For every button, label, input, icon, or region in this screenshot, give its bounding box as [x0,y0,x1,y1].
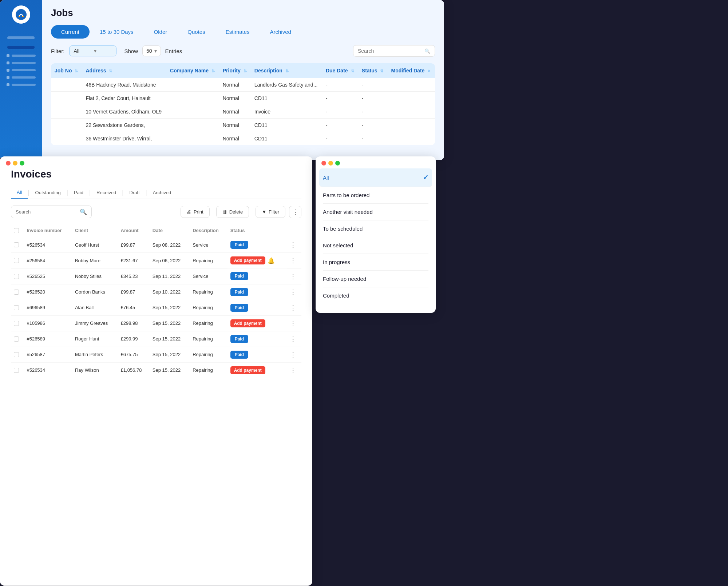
row-actions-button[interactable]: ⋮ [287,347,301,362]
dropdown-item-completed[interactable]: Completed [323,287,428,304]
list-item[interactable]: #256584 Bobby More £231.67 Sep 06, 2022 … [11,253,301,269]
cell-jobno [51,105,82,119]
dropdown-item-another-visit[interactable]: Another visit needed [323,204,428,220]
close-dropdown-icon[interactable] [321,161,326,166]
row-checkbox[interactable] [14,242,19,247]
tab-current[interactable]: Current [51,25,90,39]
col-status[interactable]: Status ⇅ [358,63,388,78]
tab-archived[interactable]: Archived [260,25,301,39]
col-duedate[interactable]: Due Date ⇅ [322,63,358,78]
col-company[interactable]: Company Name ⇅ [166,63,219,78]
row-checkbox[interactable] [14,336,19,342]
table-row[interactable]: Flat 2, Cedar Court, Hainault Normal CD1… [51,92,435,105]
maximize-dropdown-icon[interactable] [335,161,340,166]
col-date[interactable]: Date [150,224,190,237]
table-row[interactable]: 10 Vernet Gardens, Oldham, OL9 Normal In… [51,105,435,119]
more-options-button[interactable]: ⋮ [289,206,301,218]
show-select[interactable]: 50 [142,45,161,56]
row-actions-button[interactable]: ⋮ [287,315,301,331]
description: Repairing [190,347,227,362]
row-checkbox[interactable] [14,258,19,263]
row-actions-button[interactable]: ⋮ [287,253,301,269]
client-name: Martin Peters [72,347,118,362]
col-client[interactable]: Client [72,224,118,237]
col-address[interactable]: Address ⇅ [82,63,166,78]
col-description[interactable]: Description ⇅ [251,63,322,78]
sidebar-row-2 [7,61,36,64]
list-item[interactable]: #526525 Nobby Stiles £345.23 Sep 11, 202… [11,268,301,284]
show-value: 50 [146,48,152,54]
row-actions-button[interactable]: ⋮ [287,300,301,315]
list-item[interactable]: #696589 Alan Ball £76.45 Sep 15, 2022 Re… [11,300,301,315]
list-item[interactable]: #526534 Geoff Hurst £99.87 Sep 08, 2022 … [11,237,301,253]
dropdown-item-parts[interactable]: Parts to be ordered [323,187,428,204]
tab-15to30[interactable]: 15 to 30 Days [90,25,144,39]
amount: £345.23 [118,268,150,284]
row-checkbox[interactable] [14,368,19,373]
dropdown-item-not-selected[interactable]: Not selected [323,237,428,254]
inv-tab-outstanding[interactable]: Outstanding [29,187,67,198]
list-item[interactable]: #526520 Gordon Banks £99.87 Sep 10, 2022… [11,284,301,300]
table-row[interactable]: 46B Hackney Road, Maidstone Normal Landl… [51,78,435,92]
chevron-down-icon [94,48,96,54]
close-window-icon[interactable] [6,161,11,166]
col-modified[interactable]: Modified Date ✕ [388,63,435,78]
tab-quotes[interactable]: Quotes [177,25,215,39]
invoice-search-input[interactable] [16,209,77,215]
col-jobno[interactable]: Job No ⇅ [51,63,82,78]
inv-tab-paid[interactable]: Paid [68,187,89,198]
status-badge: Paid [230,335,248,343]
filter-button[interactable]: ▼ Filter [256,206,285,218]
amount: £1,056.78 [118,362,150,378]
tab-estimates[interactable]: Estimates [215,25,260,39]
col-invoice-number[interactable]: Invoice number [24,224,72,237]
row-actions-button[interactable]: ⋮ [287,237,301,253]
date: Sep 15, 2022 [150,331,190,347]
inv-tab-archived[interactable]: Archived [147,187,177,198]
list-item[interactable]: #526534 Ray Wilson £1,056.78 Sep 15, 202… [11,362,301,378]
row-checkbox[interactable] [14,274,19,279]
row-checkbox[interactable] [14,305,19,310]
inv-tab-draft[interactable]: Draft [123,187,145,198]
cell-duedate: - [322,119,358,132]
amount: £231.67 [118,253,150,269]
sidebar-dot-3 [7,69,9,72]
list-item[interactable]: #105986 Jimmy Greaves £298.98 Sep 15, 20… [11,315,301,331]
row-actions-button[interactable]: ⋮ [287,284,301,300]
dropdown-item-follow-up[interactable]: Follow-up needed [323,271,428,287]
row-actions-button[interactable]: ⋮ [287,331,301,347]
row-actions-button[interactable]: ⋮ [287,362,301,378]
row-checkbox[interactable] [14,321,19,326]
minimize-window-icon[interactable] [13,161,17,166]
row-checkbox[interactable] [14,352,19,357]
filter-dropdown[interactable]: All [69,45,116,56]
inv-tab-all[interactable]: All [11,187,28,199]
col-inv-status[interactable]: Status [228,224,287,237]
invoice-number: #526520 [24,284,72,300]
date: Sep 10, 2022 [150,284,190,300]
window-traffic-lights [0,156,312,168]
row-actions-button[interactable]: ⋮ [287,268,301,284]
avatar[interactable] [12,5,30,24]
print-button[interactable]: 🖨 Print [181,206,210,218]
client-name: Nobby Stiles [72,268,118,284]
jobs-search-input[interactable] [358,48,422,54]
delete-button[interactable]: 🗑 Delete [216,206,249,218]
row-checkbox[interactable] [14,290,19,295]
col-inv-description[interactable]: Description [190,224,227,237]
table-row[interactable]: 22 Sewardstone Gardens, Normal CD11 - - [51,119,435,132]
tab-older[interactable]: Older [144,25,178,39]
inv-tab-received[interactable]: Received [91,187,122,198]
sort-priority-icon: ⇅ [244,69,247,73]
select-all-checkbox[interactable] [14,228,19,233]
col-priority[interactable]: Priority ⇅ [219,63,251,78]
table-row[interactable]: 36 Westminster Drive, Wirral, Normal CD1… [51,132,435,145]
minimize-dropdown-icon[interactable] [328,161,333,166]
dropdown-item-all[interactable]: All ✓ [319,168,432,187]
list-item[interactable]: #526589 Roger Hunt £299.99 Sep 15, 2022 … [11,331,301,347]
dropdown-item-to-schedule[interactable]: To be scheduled [323,220,428,237]
col-amount[interactable]: Amount [118,224,150,237]
maximize-window-icon[interactable] [20,161,24,166]
list-item[interactable]: #526587 Martin Peters £675.75 Sep 15, 20… [11,347,301,362]
dropdown-item-in-progress[interactable]: In progress [323,254,428,271]
